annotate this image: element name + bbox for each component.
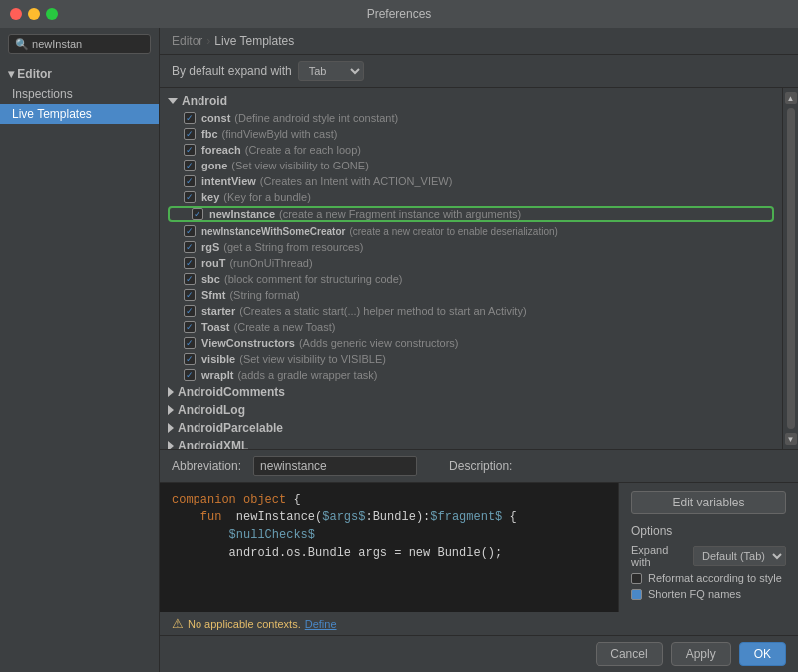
template-visible-checkbox[interactable] bbox=[184, 353, 196, 365]
sidebar-item-editor[interactable]: ▾ Editor bbox=[0, 64, 159, 84]
android-expand-icon bbox=[168, 98, 178, 104]
ok-button[interactable]: OK bbox=[739, 642, 786, 666]
description-label: Description: bbox=[449, 459, 512, 473]
bottom-panel: Abbreviation: Description: companion obj… bbox=[160, 449, 798, 635]
templates-list: Android const (Define android style int … bbox=[160, 88, 782, 449]
abbreviation-row: Abbreviation: Description: bbox=[160, 450, 798, 483]
title-bar: Preferences bbox=[0, 0, 798, 28]
group-androidlog-label: AndroidLog bbox=[178, 403, 245, 417]
template-wraplt[interactable]: wraplt (adds a gradle wrapper task) bbox=[160, 367, 782, 383]
group-androidcomments[interactable]: AndroidComments bbox=[160, 383, 782, 401]
group-androidparcelable[interactable]: AndroidParcelable bbox=[160, 419, 782, 437]
template-const[interactable]: const (Define android style int constant… bbox=[160, 110, 782, 126]
template-intentview[interactable]: intentView (Creates an Intent with ACTIO… bbox=[160, 173, 782, 189]
shorten-label: Shorten FQ names bbox=[648, 588, 741, 600]
template-sfmt-abbr: Sfmt bbox=[201, 289, 225, 301]
template-newinstance[interactable]: newInstance (create a new Fragment insta… bbox=[168, 206, 774, 222]
template-viewconstructors-checkbox[interactable] bbox=[184, 337, 196, 349]
template-rgs-desc: (get a String from resources) bbox=[223, 241, 363, 253]
group-androidcomments-label: AndroidComments bbox=[178, 385, 285, 399]
template-gone[interactable]: gone (Set view visibility to GONE) bbox=[160, 158, 782, 173]
group-androidlog[interactable]: AndroidLog bbox=[160, 401, 782, 419]
template-key-abbr: key bbox=[201, 191, 219, 203]
template-visible[interactable]: visible (Set view visibility to VISIBLE) bbox=[160, 351, 782, 367]
template-starter-desc: (Creates a static start(...) helper meth… bbox=[239, 305, 526, 317]
template-wraplt-checkbox[interactable] bbox=[184, 369, 196, 381]
warning-icon: ⚠ bbox=[172, 616, 184, 631]
search-bar bbox=[0, 28, 159, 60]
scroll-down-btn[interactable]: ▼ bbox=[785, 433, 797, 445]
template-rout[interactable]: rouT (runOnUiThread) bbox=[160, 255, 782, 271]
template-newinstance-desc: (create a new Fragment instance with arg… bbox=[279, 208, 521, 220]
group-androidxml[interactable]: AndroidXML bbox=[160, 437, 782, 449]
expand-with-option-label: Expand with bbox=[631, 544, 687, 568]
reformat-checkbox[interactable] bbox=[631, 573, 642, 584]
minimize-button[interactable] bbox=[28, 8, 40, 20]
template-rout-desc: (runOnUiThread) bbox=[229, 257, 312, 269]
code-line-3: $nullChecks$ bbox=[172, 526, 606, 544]
template-newinstancewithcreator[interactable]: newInstanceWithSomeCreator (create a new… bbox=[160, 223, 782, 239]
edit-variables-button[interactable]: Edit variables bbox=[631, 491, 786, 514]
expand-with-select[interactable]: Default (Tab) Tab Enter Space bbox=[693, 546, 786, 566]
template-toast[interactable]: Toast (Create a new Toast) bbox=[160, 319, 782, 335]
group-android-label: Android bbox=[182, 94, 227, 108]
shorten-option-row: Shorten FQ names bbox=[631, 588, 786, 600]
template-visible-desc: (Set view visibility to VISIBLE) bbox=[239, 353, 386, 365]
breadcrumb-separator: › bbox=[206, 34, 210, 48]
template-foreach-checkbox[interactable] bbox=[184, 144, 196, 156]
template-sfmt-checkbox[interactable] bbox=[184, 289, 196, 301]
traffic-lights bbox=[10, 8, 58, 20]
template-newinstancewithcreator-desc: (create a new creator to enable deserial… bbox=[349, 226, 557, 237]
template-key[interactable]: key (Key for a bundle) bbox=[160, 189, 782, 205]
sidebar: ▾ Editor Inspections Live Templates bbox=[0, 28, 160, 672]
template-toast-checkbox[interactable] bbox=[184, 321, 196, 333]
template-fbc[interactable]: fbc (findViewByld with cast) bbox=[160, 126, 782, 142]
template-rout-checkbox[interactable] bbox=[184, 257, 196, 269]
template-fbc-abbr: fbc bbox=[201, 128, 218, 140]
template-fbc-checkbox[interactable] bbox=[184, 128, 196, 140]
template-foreach[interactable]: foreach (Create a for each loop) bbox=[160, 142, 782, 158]
shorten-checkbox[interactable] bbox=[631, 589, 642, 600]
code-editor[interactable]: companion object { fun newInstance($args… bbox=[160, 483, 618, 612]
expand-with-dropdown[interactable]: Tab Enter Space bbox=[298, 61, 364, 81]
template-sbc[interactable]: sbc (block comment for structuring code) bbox=[160, 271, 782, 287]
search-input[interactable] bbox=[8, 34, 151, 54]
template-sfmt-desc: (String format) bbox=[229, 289, 299, 301]
close-button[interactable] bbox=[10, 8, 22, 20]
template-newinstancewithcreator-checkbox[interactable] bbox=[184, 225, 196, 237]
reformat-option-row: Reformat according to style bbox=[631, 572, 786, 584]
apply-button[interactable]: Apply bbox=[671, 642, 731, 666]
sidebar-item-inspections[interactable]: Inspections bbox=[0, 84, 159, 104]
sidebar-item-live-templates[interactable]: Live Templates bbox=[0, 104, 159, 124]
group-androidxml-label: AndroidXML bbox=[178, 439, 248, 449]
template-rgs-checkbox[interactable] bbox=[184, 241, 196, 253]
abbreviation-input[interactable] bbox=[253, 456, 417, 476]
group-android[interactable]: Android bbox=[160, 92, 782, 110]
template-foreach-desc: (Create a for each loop) bbox=[245, 144, 361, 156]
template-starter-checkbox[interactable] bbox=[184, 305, 196, 317]
template-sfmt[interactable]: Sfmt (String format) bbox=[160, 287, 782, 303]
scroll-up-btn[interactable]: ▲ bbox=[785, 92, 797, 104]
maximize-button[interactable] bbox=[46, 8, 58, 20]
template-intentview-checkbox[interactable] bbox=[184, 175, 196, 187]
template-const-checkbox[interactable] bbox=[184, 112, 196, 124]
template-rgs[interactable]: rgS (get a String from resources) bbox=[160, 239, 782, 255]
template-sbc-checkbox[interactable] bbox=[184, 273, 196, 285]
template-newinstance-abbr: newInstance bbox=[209, 208, 275, 220]
define-link[interactable]: Define bbox=[305, 618, 337, 630]
right-panel: Editor › Live Templates By default expan… bbox=[160, 28, 798, 672]
code-line-4: android.os.Bundle args = new Bundle(); bbox=[172, 544, 606, 562]
main-content: ▾ Editor Inspections Live Templates Edit… bbox=[0, 28, 798, 672]
template-viewconstructors-desc: (Adds generic view constructors) bbox=[299, 337, 459, 349]
list-scrollbar[interactable]: ▲ ▼ bbox=[782, 88, 798, 449]
template-key-checkbox[interactable] bbox=[184, 191, 196, 203]
template-starter[interactable]: starter (Creates a static start(...) hel… bbox=[160, 303, 782, 319]
warning-row: ⚠ No applicable contexts. Define bbox=[160, 612, 798, 635]
template-newinstance-checkbox[interactable] bbox=[192, 208, 203, 220]
template-gone-checkbox[interactable] bbox=[184, 160, 196, 171]
template-intentview-desc: (Creates an Intent with ACTION_VIEW) bbox=[260, 175, 453, 187]
cancel-button[interactable]: Cancel bbox=[596, 642, 662, 666]
reformat-label: Reformat according to style bbox=[648, 572, 782, 584]
template-newinstancewithcreator-abbr: newInstanceWithSomeCreator bbox=[201, 226, 345, 237]
template-viewconstructors[interactable]: ViewConstructors (Adds generic view cons… bbox=[160, 335, 782, 351]
